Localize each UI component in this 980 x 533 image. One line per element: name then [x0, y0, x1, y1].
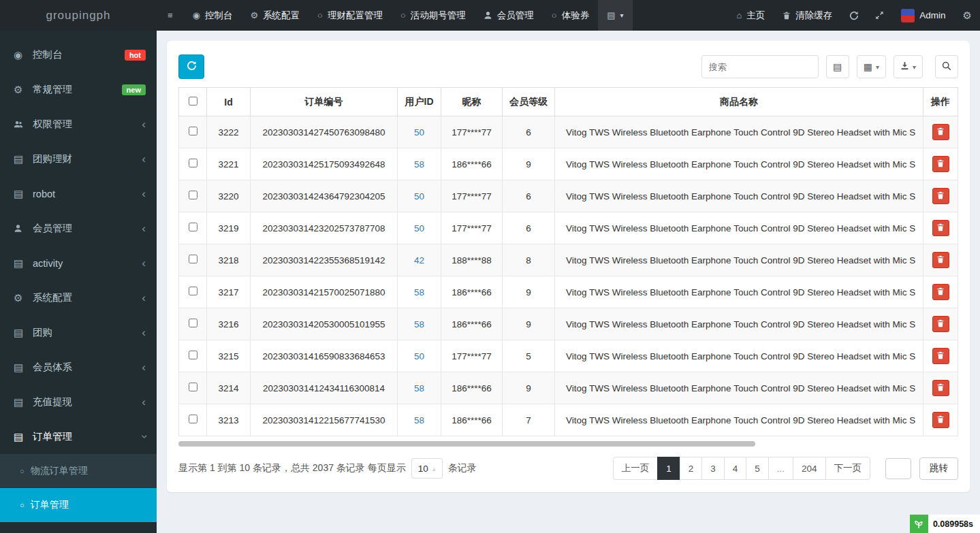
trash-icon: [936, 415, 945, 425]
delete-button[interactable]: [932, 124, 949, 140]
sidebar-toggle-button[interactable]: ≡: [157, 0, 184, 31]
sidebar-subitem-logistics-order[interactable]: ○物流订单管理: [0, 454, 157, 488]
row-checkbox[interactable]: [189, 127, 197, 135]
sidebar-item-order[interactable]: ▤订单管理‹: [0, 419, 157, 454]
row-checkbox[interactable]: [189, 255, 197, 263]
nav-item-system-config[interactable]: ⚙系统配置: [241, 0, 309, 31]
chevron-left-icon: ‹: [142, 188, 146, 199]
sidebar-item-label: 控制台: [33, 48, 63, 61]
nav-item-voucher[interactable]: ○体验券: [543, 0, 598, 31]
gear-icon: ⚙: [14, 84, 33, 96]
user-id-link[interactable]: 58: [414, 415, 424, 425]
user-id-link[interactable]: 50: [414, 127, 424, 138]
row-checkbox[interactable]: [189, 223, 197, 231]
sidebar-item-recharge-withdraw[interactable]: ▤充值提现‹: [0, 385, 157, 419]
settings-button[interactable]: ⚙: [955, 0, 980, 31]
toggle-view-button[interactable]: ▦ ▾: [857, 55, 886, 78]
row-checkbox[interactable]: [189, 287, 197, 295]
page-size-dropdown[interactable]: 10 ▴: [411, 458, 443, 479]
nav-item-member-management[interactable]: 会员管理: [475, 0, 543, 31]
sidebar-item-permission[interactable]: 权限管理‹: [0, 107, 157, 142]
next-page-button[interactable]: 下一页: [825, 457, 871, 480]
nav-item-console[interactable]: ◉控制台: [184, 0, 242, 31]
user-menu[interactable]: Admin: [892, 0, 954, 31]
nav-list-dropdown[interactable]: ▤ ▾: [598, 0, 632, 31]
sidebar-item-activity[interactable]: ▤activity‹: [0, 246, 157, 280]
page-button-2[interactable]: 2: [680, 457, 703, 480]
sidebar-item-group-finance[interactable]: ▤团购理财‹: [0, 142, 157, 176]
sidebar-item-group-buy[interactable]: ▤团购‹: [0, 315, 157, 350]
user-id-link[interactable]: 50: [414, 191, 424, 201]
user-id-link[interactable]: 58: [414, 287, 424, 297]
columns-icon: ▤: [833, 61, 842, 72]
delete-button[interactable]: [932, 348, 949, 364]
delete-button[interactable]: [932, 220, 949, 236]
page-button-4[interactable]: 4: [724, 457, 747, 480]
delete-button[interactable]: [932, 284, 949, 300]
sidebar-item-label: 团购: [33, 326, 52, 339]
stats-leaf-icon[interactable]: [910, 515, 928, 533]
sidebar-item-system[interactable]: ⚙系统配置‹: [0, 280, 157, 315]
sidebar-item-member-system[interactable]: ▤会员体系‹: [0, 350, 157, 385]
row-checkbox[interactable]: [189, 415, 197, 423]
search-input[interactable]: [701, 55, 819, 78]
page-button-5[interactable]: 5: [746, 457, 769, 480]
user-id-link[interactable]: 50: [414, 223, 424, 233]
nav-item-home[interactable]: ⌂ 主页: [727, 0, 774, 31]
table-row: 321920230303142320257378770850177****776…: [179, 212, 958, 244]
select-all-checkbox[interactable]: [189, 97, 197, 106]
export-button[interactable]: ▾: [894, 55, 923, 78]
table-row: 321720230303142157002507188058186****669…: [179, 276, 958, 308]
jump-page-input[interactable]: [885, 458, 911, 479]
nav-item-clear-cache[interactable]: 清除缓存: [774, 0, 841, 31]
cell-product: Vitog TWS Wireless Bluetooth Earphone To…: [555, 148, 923, 180]
cell-nickname: 177****77: [441, 116, 503, 148]
delete-button[interactable]: [932, 188, 949, 204]
delete-button[interactable]: [932, 380, 949, 396]
scrollbar-thumb[interactable]: [178, 441, 755, 447]
row-checkbox[interactable]: [189, 191, 197, 199]
page-button-204[interactable]: 204: [793, 457, 826, 480]
sidebar-item-member[interactable]: 会员管理‹: [0, 211, 157, 246]
row-checkbox[interactable]: [189, 383, 197, 391]
sidebar-item-general[interactable]: ⚙常规管理new: [0, 72, 157, 107]
sidebar-item-console[interactable]: ◉控制台hot: [0, 37, 157, 72]
nav-item-label: 理财配置管理: [328, 10, 383, 22]
page-button-3[interactable]: 3: [701, 457, 725, 480]
sidebar-subitem-order-management[interactable]: ○订单管理: [0, 488, 157, 522]
nav-item-finance-config[interactable]: ○理财配置管理: [309, 0, 392, 31]
list-icon: ▤: [14, 188, 33, 200]
prev-page-button[interactable]: 上一页: [613, 457, 659, 480]
nav-item-activity-period[interactable]: ○活动期号管理: [392, 0, 475, 31]
user-id-link[interactable]: 58: [414, 159, 424, 169]
delete-button[interactable]: [932, 156, 949, 172]
user-id-link[interactable]: 58: [414, 383, 424, 393]
cache-sweep-button[interactable]: [841, 0, 867, 31]
sidebar-submenu: ○物流订单管理○订单管理: [0, 454, 157, 522]
page-button-1[interactable]: 1: [657, 457, 680, 480]
columns-button[interactable]: ▤: [826, 55, 849, 78]
user-id-link[interactable]: 42: [414, 255, 424, 265]
chevron-left-icon: ‹: [142, 257, 146, 269]
cell-product: Vitog TWS Wireless Bluetooth Earphone To…: [555, 308, 923, 340]
trash-icon: [936, 159, 945, 169]
delete-button[interactable]: [932, 252, 949, 268]
delete-button[interactable]: [932, 412, 949, 428]
brand-logo[interactable]: groupingph: [0, 0, 157, 31]
row-checkbox[interactable]: [189, 319, 197, 327]
search-button[interactable]: [935, 55, 958, 78]
row-checkbox[interactable]: [189, 351, 197, 359]
jump-button[interactable]: 跳转: [919, 457, 958, 480]
fullscreen-button[interactable]: [867, 0, 892, 31]
cell-level: 9: [503, 372, 555, 404]
sidebar-item-robot[interactable]: ▤robot‹: [0, 176, 157, 211]
row-checkbox[interactable]: [189, 159, 197, 167]
table-row: 321620230303142053000510195558186****669…: [179, 308, 958, 340]
user-id-link[interactable]: 50: [414, 351, 424, 361]
dashboard-icon: ◉: [193, 10, 200, 20]
delete-button[interactable]: [932, 316, 949, 332]
refresh-button[interactable]: [178, 54, 204, 79]
user-id-link[interactable]: 58: [414, 319, 424, 329]
table-row: 322020230303142436479230420550177****776…: [179, 180, 958, 212]
page-ellipsis: ...: [768, 457, 793, 480]
